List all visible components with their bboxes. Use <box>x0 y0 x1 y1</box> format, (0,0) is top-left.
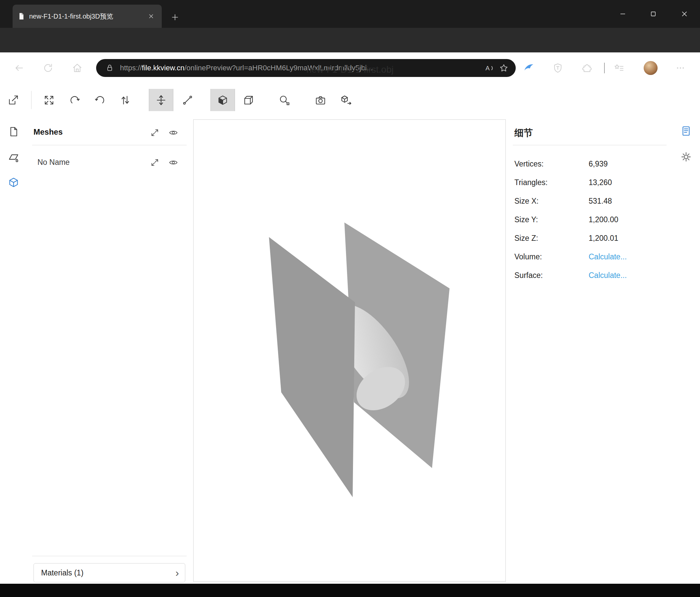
orthographic-view-button[interactable] <box>236 89 261 111</box>
model-cube-icon[interactable] <box>7 176 20 189</box>
new-tab-button[interactable] <box>168 10 182 25</box>
details-rows: Vertices: 6,939 Triangles: 13,260 Size X… <box>515 154 667 285</box>
detail-value: 1,200.00 <box>589 215 619 224</box>
detail-label: Volume: <box>515 253 589 261</box>
tab-title: new-F1-D1-1-first.obj3D预览 <box>29 12 141 21</box>
meshes-header: Meshes <box>33 127 62 137</box>
perspective-view-button[interactable] <box>210 89 235 111</box>
screenshot-button[interactable] <box>308 89 333 111</box>
window-close-button[interactable] <box>674 0 695 28</box>
detail-label: Size X: <box>515 197 589 206</box>
file-info-icon[interactable] <box>7 125 20 138</box>
detail-row-triangles: Triangles: 13,260 <box>515 173 667 192</box>
toggle-all-visibility-eye-icon[interactable] <box>168 128 178 138</box>
materials-button[interactable]: Materials (1) › <box>33 563 185 582</box>
page-title: new-F1-D1-1-first.obj <box>0 64 700 75</box>
toolbar-separator <box>31 91 31 109</box>
navbar: https://file.kkview.cn/onlinePreview?url… <box>0 28 700 52</box>
detail-row-volume: Volume: Calculate... <box>515 247 667 266</box>
open-file-button[interactable] <box>1 89 26 111</box>
mesh-visibility-eye-icon[interactable] <box>168 158 178 167</box>
3d-viewport[interactable] <box>193 119 506 582</box>
mesh-item-name: No Name <box>38 158 70 167</box>
materials-button-label: Materials (1) <box>41 569 83 577</box>
materials-icon[interactable] <box>7 151 20 164</box>
detail-row-size-x: Size X: 531.48 <box>515 192 667 210</box>
details-header-divider <box>513 145 667 145</box>
detail-row-size-y: Size Y: 1,200.00 <box>515 210 667 229</box>
detail-label: Size Z: <box>515 234 589 243</box>
meshes-bottom-divider <box>32 556 186 556</box>
rotate-right-button[interactable] <box>88 89 112 111</box>
rotate-left-button[interactable] <box>62 89 87 111</box>
detail-label: Surface: <box>515 271 589 280</box>
detail-value: 6,939 <box>589 160 608 168</box>
flip-vertical-button[interactable] <box>113 89 138 111</box>
detail-row-vertices: Vertices: 6,939 <box>515 154 667 173</box>
export-model-button[interactable] <box>334 89 359 111</box>
detail-value: 13,260 <box>589 178 612 187</box>
measure-tool-button[interactable] <box>272 89 297 111</box>
details-header: 细节 <box>515 127 533 139</box>
browser-window: new-F1-D1-1-first.obj3D预览 <box>0 0 700 597</box>
chevron-right-icon: › <box>175 568 179 578</box>
tab-favicon-icon <box>17 12 25 20</box>
titlebar: new-F1-D1-1-first.obj3D预览 <box>0 0 700 28</box>
3d-model-render <box>194 120 505 581</box>
details-list-icon[interactable] <box>679 124 693 138</box>
detail-value: 1,200.01 <box>589 234 619 243</box>
detail-row-surface: Surface: Calculate... <box>515 266 667 285</box>
calculate-volume-link[interactable]: Calculate... <box>589 253 627 261</box>
calculate-surface-link[interactable]: Calculate... <box>589 271 627 280</box>
detail-label: Vertices: <box>515 160 589 168</box>
settings-gear-icon[interactable] <box>679 150 693 164</box>
fit-view-button[interactable] <box>37 89 61 111</box>
move-tool-button[interactable] <box>149 89 173 111</box>
detail-label: Size Y: <box>515 215 589 224</box>
detail-label: Triangles: <box>515 178 589 187</box>
fit-all-meshes-icon[interactable] <box>150 128 160 138</box>
browser-tab[interactable]: new-F1-D1-1-first.obj3D预览 <box>12 5 162 28</box>
bottom-bar <box>0 584 700 597</box>
fit-mesh-icon[interactable] <box>150 158 160 167</box>
line-tool-button[interactable] <box>175 89 200 111</box>
model-left-plane <box>269 237 355 497</box>
detail-row-size-z: Size Z: 1,200.01 <box>515 229 667 247</box>
viewer-toolbar <box>0 89 700 111</box>
window-maximize-button[interactable] <box>643 0 664 28</box>
detail-value: 531.48 <box>589 197 612 206</box>
tab-close-icon[interactable] <box>145 10 157 22</box>
meshes-header-divider <box>32 145 186 145</box>
window-minimize-button[interactable] <box>612 0 633 28</box>
